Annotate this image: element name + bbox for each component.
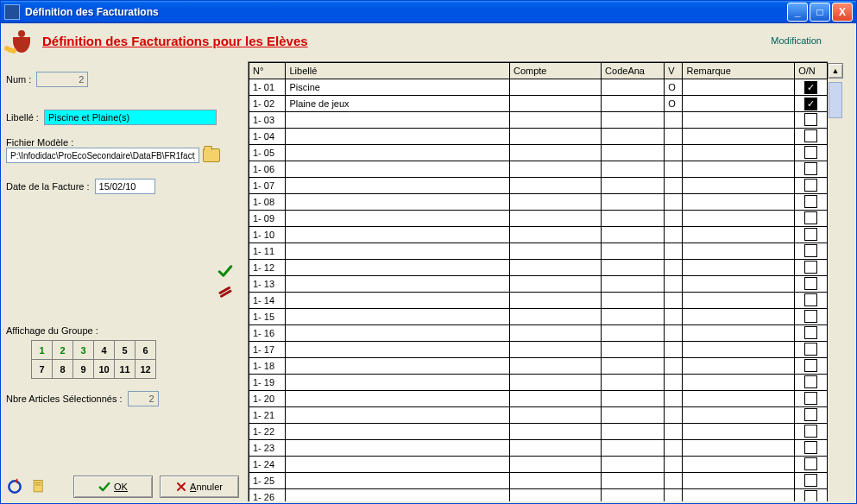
cell-codeana[interactable]: [602, 407, 665, 424]
table-row[interactable]: 1- 17: [249, 342, 828, 358]
cell-v[interactable]: [665, 358, 683, 375]
cell-num[interactable]: 1- 21: [249, 407, 286, 424]
cell-v[interactable]: [665, 276, 683, 293]
cell-libelle[interactable]: [286, 457, 510, 473]
cell-on[interactable]: [795, 145, 828, 161]
cell-compte[interactable]: [509, 375, 601, 391]
table-row[interactable]: 1- 10: [249, 227, 828, 243]
cell-num[interactable]: 1- 22: [249, 424, 286, 440]
cell-v[interactable]: [665, 424, 683, 440]
table-row[interactable]: 1- 04: [249, 129, 828, 145]
cell-on[interactable]: ✓: [795, 79, 828, 96]
col-on[interactable]: O/N: [795, 63, 828, 79]
cell-on[interactable]: [795, 161, 828, 178]
cell-compte[interactable]: [509, 293, 601, 309]
table-row[interactable]: 1- 21: [249, 407, 828, 424]
cell-remarque[interactable]: [683, 358, 795, 375]
cell-libelle[interactable]: [286, 178, 510, 194]
cell-compte[interactable]: [509, 211, 601, 227]
cell-num[interactable]: 1- 18: [249, 358, 286, 375]
cell-v[interactable]: [665, 211, 683, 227]
cell-remarque[interactable]: [683, 194, 795, 211]
cell-compte[interactable]: [509, 457, 601, 473]
cell-libelle[interactable]: [286, 440, 510, 457]
group-cell-5[interactable]: 5: [114, 340, 135, 360]
cell-libelle[interactable]: [286, 161, 510, 178]
cell-num[interactable]: 1- 14: [249, 293, 286, 309]
group-cell-10[interactable]: 10: [93, 359, 115, 379]
cell-codeana[interactable]: [602, 358, 665, 375]
group-cell-6[interactable]: 6: [135, 340, 156, 360]
cell-codeana[interactable]: [602, 79, 665, 96]
cell-remarque[interactable]: [683, 424, 795, 440]
table-row[interactable]: 1- 18: [249, 358, 828, 375]
cell-codeana[interactable]: [602, 325, 665, 342]
cell-num[interactable]: 1- 02: [249, 96, 286, 112]
cell-compte[interactable]: [509, 276, 601, 293]
cell-num[interactable]: 1- 06: [249, 161, 286, 178]
col-codeana[interactable]: CodeAna: [602, 63, 665, 79]
cell-v[interactable]: [665, 194, 683, 211]
table-row[interactable]: 1- 12: [249, 260, 828, 276]
cell-codeana[interactable]: [602, 211, 665, 227]
cell-remarque[interactable]: [683, 473, 795, 489]
scroll-up-icon[interactable]: ▲: [828, 63, 843, 79]
cell-v[interactable]: [665, 473, 683, 489]
cell-v[interactable]: [665, 145, 683, 161]
cell-compte[interactable]: [509, 129, 601, 145]
table-row[interactable]: 1- 20: [249, 391, 828, 407]
folder-open-icon[interactable]: [203, 148, 220, 162]
cell-num[interactable]: 1- 09: [249, 211, 286, 227]
cell-v[interactable]: [665, 375, 683, 391]
cell-on[interactable]: [795, 457, 828, 473]
cell-codeana[interactable]: [602, 309, 665, 325]
cell-libelle[interactable]: [286, 342, 510, 358]
table-row[interactable]: 1- 23: [249, 440, 828, 457]
cell-codeana[interactable]: [602, 260, 665, 276]
cell-codeana[interactable]: [602, 145, 665, 161]
cancel-button[interactable]: Annuler: [160, 476, 239, 498]
checkbox-icon[interactable]: [804, 228, 817, 241]
cell-libelle[interactable]: Piscine: [286, 79, 510, 96]
cell-num[interactable]: 1- 10: [249, 227, 286, 243]
table-row[interactable]: 1- 01PiscineO✓: [249, 79, 828, 96]
cell-num[interactable]: 1- 05: [249, 145, 286, 161]
cell-libelle[interactable]: [286, 129, 510, 145]
cell-codeana[interactable]: [602, 129, 665, 145]
cell-compte[interactable]: [509, 96, 601, 112]
cell-codeana[interactable]: [602, 342, 665, 358]
cell-remarque[interactable]: [683, 178, 795, 194]
table-row[interactable]: 1- 07: [249, 178, 828, 194]
checkbox-icon[interactable]: [804, 359, 817, 372]
cell-codeana[interactable]: [602, 473, 665, 489]
cell-on[interactable]: [795, 473, 828, 489]
checkbox-icon[interactable]: [804, 129, 817, 142]
cell-num[interactable]: 1- 19: [249, 375, 286, 391]
cell-libelle[interactable]: [286, 375, 510, 391]
cell-compte[interactable]: [509, 194, 601, 211]
cell-num[interactable]: 1- 16: [249, 325, 286, 342]
table-row[interactable]: 1- 11: [249, 243, 828, 260]
cell-remarque[interactable]: [683, 79, 795, 96]
col-compte[interactable]: Compte: [509, 63, 601, 79]
checkbox-icon[interactable]: [804, 326, 817, 339]
cell-libelle[interactable]: [286, 211, 510, 227]
cell-libelle[interactable]: [286, 194, 510, 211]
table-row[interactable]: 1- 14: [249, 293, 828, 309]
cell-num[interactable]: 1- 12: [249, 260, 286, 276]
cell-remarque[interactable]: [683, 227, 795, 243]
cell-remarque[interactable]: [683, 457, 795, 473]
table-row[interactable]: 1- 03: [249, 112, 828, 129]
table-row[interactable]: 1- 13: [249, 276, 828, 293]
cell-libelle[interactable]: [286, 325, 510, 342]
checkbox-icon[interactable]: [804, 293, 817, 306]
table-row[interactable]: 1- 09: [249, 211, 828, 227]
cell-on[interactable]: [795, 309, 828, 325]
cell-on[interactable]: [795, 276, 828, 293]
cell-num[interactable]: 1- 01: [249, 79, 286, 96]
group-cell-11[interactable]: 11: [114, 359, 135, 379]
cell-on[interactable]: [795, 391, 828, 407]
checkbox-icon[interactable]: [804, 490, 817, 502]
cell-v[interactable]: [665, 227, 683, 243]
col-num[interactable]: N°: [249, 63, 286, 79]
